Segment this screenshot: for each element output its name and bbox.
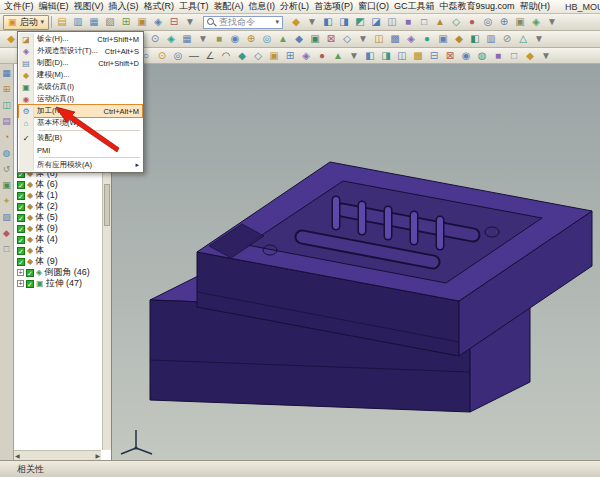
toolbar-icon[interactable]: △ — [515, 32, 531, 46]
toolbar-icon[interactable]: ◫ — [384, 15, 400, 29]
start-menu-item[interactable]: ◉ 运动仿真(I) — [19, 93, 142, 105]
toolbar-icon[interactable]: ◫ — [371, 32, 387, 46]
toolbar-icon[interactable]: ● — [419, 32, 435, 46]
toolbar-icon[interactable]: ◆ — [522, 49, 538, 63]
resource-icon[interactable]: ▨ — [1, 212, 12, 223]
resource-icon[interactable]: ◔ — [1, 132, 12, 143]
toolbar-icon[interactable]: ▼ — [538, 49, 554, 63]
start-menu-item[interactable]: ⚙ 加工(N)... Ctrl+Alt+M — [19, 105, 142, 117]
toolbar-icon[interactable]: ◈ — [403, 32, 419, 46]
checkbox-checked-icon[interactable]: ✓ — [26, 269, 34, 277]
dependencies-bar[interactable]: 相关性 — [0, 460, 600, 477]
toolbar-icon[interactable]: ◈ — [528, 15, 544, 29]
toolbar-icon[interactable]: ⊙ — [154, 49, 170, 63]
resource-icon[interactable]: ◫ — [1, 100, 12, 111]
toolbar-icon[interactable]: ⊕ — [243, 32, 259, 46]
toolbar-icon[interactable]: ◉ — [458, 49, 474, 63]
toolbar-icon[interactable]: — — [186, 49, 202, 63]
checkbox-checked-icon[interactable]: ✓ — [26, 280, 34, 288]
toolbar-icon[interactable]: ◫ — [394, 49, 410, 63]
menubar-item[interactable]: 窗口(O) — [358, 0, 389, 13]
toolbar-icon[interactable]: ◆ — [291, 32, 307, 46]
tree-row[interactable]: ✓ ◆ 体 (1) — [17, 190, 100, 201]
toolbar-icon[interactable]: ▲ — [275, 32, 291, 46]
checkbox-checked-icon[interactable]: ✓ — [17, 247, 25, 255]
toolbar-icon[interactable]: ▦ — [179, 32, 195, 46]
toolbar-icon[interactable]: ◧ — [362, 49, 378, 63]
toolbar-icon[interactable]: ◍ — [474, 49, 490, 63]
start-menu-item[interactable]: ⌂ 基本环境(W)... — [19, 117, 142, 129]
tree-row[interactable]: ✓ ◆ 体 (6) — [17, 179, 100, 190]
vertical-scrollbar[interactable]: ▲ — [102, 168, 111, 450]
resource-icon[interactable]: ◆ — [1, 228, 12, 239]
toolbar-icon[interactable]: ▼ — [346, 49, 362, 63]
toolbar-icon[interactable]: ⊞ — [118, 15, 134, 29]
start-menu-item[interactable]: ◈ 外观造型设计(T)... Ctrl+Alt+S — [19, 45, 142, 57]
toolbar-icon[interactable]: ◆ — [234, 49, 250, 63]
toolbar-icon[interactable]: ⊟ — [426, 49, 442, 63]
toolbar-icon[interactable]: ▤ — [54, 15, 70, 29]
toolbar-icon[interactable]: ◉ — [227, 32, 243, 46]
toolbar-icon[interactable]: ◧ — [467, 32, 483, 46]
menubar-item[interactable]: 中磊教育9sug.com — [440, 0, 515, 13]
menubar-item[interactable]: 文件(F) — [4, 0, 34, 13]
scrollbar-thumb[interactable] — [104, 184, 110, 226]
toolbar-icon[interactable]: ◧ — [320, 15, 336, 29]
toolbar-icon[interactable]: ▼ — [195, 32, 211, 46]
toolbar-icon[interactable]: ⊙ — [147, 32, 163, 46]
toolbar-icon[interactable]: ▣ — [435, 32, 451, 46]
toolbar-icon[interactable]: ▼ — [304, 15, 320, 29]
menubar-item[interactable]: GC工具箱 — [394, 0, 435, 13]
toolbar-icon[interactable]: ◈ — [150, 15, 166, 29]
menubar-item[interactable]: 格式(R) — [144, 0, 175, 13]
toolbar-icon[interactable]: ▲ — [330, 49, 346, 63]
resource-icon[interactable]: □ — [1, 244, 12, 255]
scroll-right-icon[interactable]: ▶ — [95, 452, 100, 459]
toolbar-icon[interactable]: ◎ — [170, 49, 186, 63]
toolbar-icon[interactable]: ▣ — [512, 15, 528, 29]
start-menu-item[interactable]: ◪ 钣金(H)... Ctrl+Shift+M — [19, 33, 142, 45]
toolbar-icon[interactable]: ⊠ — [442, 49, 458, 63]
start-menu-item[interactable]: ◆ 建模(M)... — [19, 69, 142, 81]
toolbar-icon[interactable]: ▣ — [266, 49, 282, 63]
tree-row[interactable]: ✓ ◆ 体 (5) — [17, 212, 100, 223]
resource-icon[interactable]: ⊞ — [1, 84, 12, 95]
menubar-item[interactable]: 插入(S) — [109, 0, 139, 13]
toolbar-icon[interactable]: ▼ — [182, 15, 198, 29]
horizontal-scrollbar[interactable]: ◀ ▶ — [14, 450, 101, 460]
checkbox-checked-icon[interactable]: ✓ — [17, 214, 25, 222]
toolbar-icon[interactable]: ■ — [400, 15, 416, 29]
caret-down-icon[interactable]: ▾ — [276, 18, 280, 26]
checkbox-checked-icon[interactable]: ✓ — [17, 236, 25, 244]
resource-icon[interactable]: ▣ — [1, 180, 12, 191]
start-menu-item[interactable]: ▣ 高级仿真(I) — [19, 81, 142, 93]
start-menu-item[interactable]: ▤ 制图(D)... Ctrl+Shift+D — [19, 57, 142, 69]
toolbar-icon[interactable]: □ — [416, 15, 432, 29]
resource-icon[interactable]: ↺ — [1, 164, 12, 175]
menubar-item[interactable]: 装配(A) — [214, 0, 244, 13]
toolbar-icon[interactable]: ▩ — [387, 32, 403, 46]
toolbar-icon[interactable]: ⊘ — [499, 32, 515, 46]
start-menu-item[interactable]: 所有应用模块(A) ▸ — [19, 159, 142, 171]
command-finder-input[interactable]: 查找命令 ▾ — [203, 16, 283, 29]
toolbar-icon[interactable]: ● — [464, 15, 480, 29]
toolbar-icon[interactable]: ⊞ — [282, 49, 298, 63]
toolbar-icon[interactable]: ◆ — [451, 32, 467, 46]
graphics-window[interactable] — [112, 64, 600, 460]
menubar-item[interactable]: 首选项(P) — [314, 0, 353, 13]
toolbar-icon[interactable]: ▩ — [410, 49, 426, 63]
toolbar-icon[interactable]: ■ — [490, 49, 506, 63]
start-menu-item[interactable]: ✓ 装配(B) — [19, 132, 142, 144]
expand-icon[interactable]: + — [17, 269, 24, 276]
toolbar-icon[interactable]: ⊠ — [323, 32, 339, 46]
start-application-button[interactable]: ▣ 启动 ▾ — [3, 15, 49, 30]
toolbar-icon[interactable]: ▦ — [86, 15, 102, 29]
start-menu-item[interactable]: PMI — [19, 144, 142, 156]
toolbar-icon[interactable]: ◪ — [368, 15, 384, 29]
toolbar-icon[interactable]: ∠ — [202, 49, 218, 63]
resource-icon[interactable]: ◍ — [1, 148, 12, 159]
toolbar-icon[interactable]: ◈ — [298, 49, 314, 63]
menubar-item[interactable]: 信息(I) — [249, 0, 276, 13]
checkbox-checked-icon[interactable]: ✓ — [17, 258, 25, 266]
checkbox-checked-icon[interactable]: ✓ — [17, 203, 25, 211]
